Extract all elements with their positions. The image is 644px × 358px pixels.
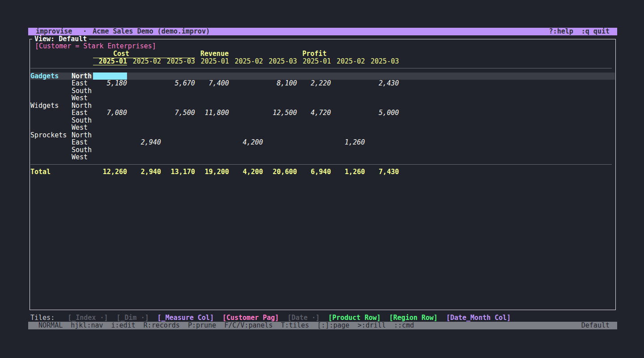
- value-cell[interactable]: [297, 153, 331, 161]
- column-header-month[interactable]: 2025-02: [127, 58, 161, 66]
- value-cell[interactable]: [331, 102, 365, 110]
- region-label[interactable]: South: [72, 146, 93, 154]
- value-cell[interactable]: [229, 146, 263, 154]
- value-cell[interactable]: [229, 109, 263, 117]
- product-label[interactable]: [30, 124, 72, 132]
- value-cell[interactable]: 5,000: [365, 109, 399, 117]
- value-cell[interactable]: [93, 153, 127, 161]
- value-cell[interactable]: [93, 102, 127, 110]
- value-cell[interactable]: [127, 117, 161, 124]
- value-cell[interactable]: [127, 146, 161, 154]
- product-label[interactable]: [30, 117, 72, 124]
- value-cell[interactable]: [161, 117, 195, 124]
- column-header-month[interactable]: 2025-03: [365, 58, 399, 66]
- region-label[interactable]: South: [72, 87, 93, 95]
- value-cell[interactable]: [365, 87, 399, 95]
- total-value-cell[interactable]: 4,200: [229, 168, 263, 176]
- value-cell[interactable]: [161, 124, 195, 132]
- value-cell[interactable]: [331, 109, 365, 117]
- value-cell[interactable]: 7,080: [93, 109, 127, 117]
- value-cell[interactable]: [127, 132, 161, 139]
- value-cell[interactable]: [93, 117, 127, 124]
- value-cell[interactable]: 7,500: [161, 109, 195, 117]
- value-cell[interactable]: [263, 153, 297, 161]
- value-cell[interactable]: [127, 124, 161, 132]
- total-value-cell[interactable]: 2,940: [127, 168, 161, 176]
- value-cell[interactable]: 12,500: [263, 109, 297, 117]
- value-cell[interactable]: [93, 146, 127, 154]
- product-label[interactable]: [30, 109, 72, 117]
- value-cell[interactable]: [263, 132, 297, 139]
- value-cell[interactable]: [161, 87, 195, 95]
- value-cell[interactable]: [93, 139, 127, 146]
- value-cell[interactable]: [331, 153, 365, 161]
- measure-group-cost[interactable]: Cost: [93, 50, 195, 58]
- value-cell[interactable]: [161, 153, 195, 161]
- total-value-cell[interactable]: 20,600: [263, 168, 297, 176]
- region-label[interactable]: North: [72, 102, 93, 110]
- total-value-cell[interactable]: 13,170: [161, 168, 195, 176]
- tile-index[interactable]: [_Index ·]: [68, 314, 108, 322]
- measure-group-profit[interactable]: Profit: [297, 50, 399, 58]
- product-label[interactable]: [30, 153, 72, 161]
- value-cell[interactable]: [93, 94, 127, 102]
- value-cell[interactable]: [263, 139, 297, 146]
- value-cell[interactable]: 8,100: [263, 80, 297, 87]
- value-cell[interactable]: [127, 102, 161, 110]
- region-label[interactable]: North: [72, 132, 93, 139]
- value-cell[interactable]: [331, 87, 365, 95]
- column-header-month[interactable]: 2025-03: [161, 58, 195, 66]
- value-cell[interactable]: [331, 124, 365, 132]
- value-cell[interactable]: [331, 117, 365, 124]
- value-cell[interactable]: [297, 146, 331, 154]
- value-cell[interactable]: [365, 72, 399, 80]
- value-cell[interactable]: 2,430: [365, 80, 399, 87]
- column-header-month[interactable]: 2025-03: [263, 58, 297, 66]
- value-cell[interactable]: [195, 72, 229, 80]
- value-cell[interactable]: 4,200: [229, 139, 263, 146]
- column-header-month[interactable]: 2025-01: [93, 58, 127, 66]
- value-cell[interactable]: 4,720: [297, 109, 331, 117]
- value-cell[interactable]: [365, 153, 399, 161]
- region-label[interactable]: West: [72, 124, 93, 132]
- tile-dim[interactable]: [_Dim ·]: [117, 314, 149, 322]
- value-cell[interactable]: 5,670: [161, 80, 195, 87]
- value-cell[interactable]: [331, 146, 365, 154]
- value-cell[interactable]: [161, 146, 195, 154]
- region-label[interactable]: East: [72, 80, 93, 87]
- value-cell[interactable]: [365, 117, 399, 124]
- value-cell[interactable]: [161, 139, 195, 146]
- value-cell[interactable]: 7,400: [195, 80, 229, 87]
- product-label[interactable]: Sprockets: [30, 132, 72, 139]
- value-cell[interactable]: [365, 94, 399, 102]
- value-cell[interactable]: [263, 87, 297, 95]
- value-cell[interactable]: 11,800: [195, 109, 229, 117]
- value-cell[interactable]: [331, 72, 365, 80]
- value-cell[interactable]: [127, 87, 161, 95]
- tile-product-row[interactable]: [Product Row]: [328, 314, 381, 322]
- value-cell[interactable]: [93, 132, 127, 139]
- tile-date[interactable]: [Date ·]: [288, 314, 320, 322]
- value-cell[interactable]: [229, 153, 263, 161]
- value-cell[interactable]: [229, 117, 263, 124]
- total-value-cell[interactable]: 12,260: [93, 168, 127, 176]
- value-cell[interactable]: [297, 94, 331, 102]
- value-cell[interactable]: [297, 124, 331, 132]
- column-header-month[interactable]: 2025-02: [331, 58, 365, 66]
- product-label[interactable]: [30, 80, 72, 87]
- value-cell[interactable]: 1,260: [331, 139, 365, 146]
- value-cell[interactable]: [229, 102, 263, 110]
- value-cell[interactable]: [161, 94, 195, 102]
- region-label[interactable]: West: [72, 94, 93, 102]
- value-cell[interactable]: [195, 146, 229, 154]
- total-value-cell[interactable]: 19,200: [195, 168, 229, 176]
- total-value-cell[interactable]: 7,430: [365, 168, 399, 176]
- value-cell[interactable]: [195, 132, 229, 139]
- value-cell[interactable]: [229, 80, 263, 87]
- value-cell[interactable]: [127, 80, 161, 87]
- value-cell[interactable]: [365, 132, 399, 139]
- value-cell[interactable]: [297, 72, 331, 80]
- value-cell[interactable]: [195, 87, 229, 95]
- value-cell[interactable]: [263, 117, 297, 124]
- value-cell[interactable]: [195, 153, 229, 161]
